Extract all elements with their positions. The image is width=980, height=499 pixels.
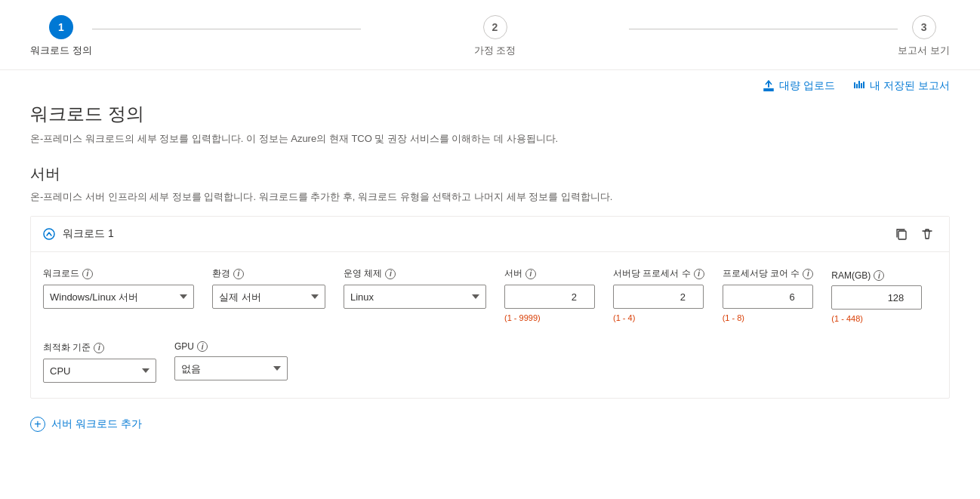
svg-rect-7 — [863, 82, 864, 88]
os-info-icon: i — [385, 269, 396, 279]
workload-info-icon: i — [82, 269, 93, 279]
workload-type-group: 워크로드 i Windows/Linux 서버Windows 가상 데스크탑SA… — [43, 267, 194, 323]
os-label: 운영 체제 i — [344, 267, 486, 280]
workload-header-left: 워크로드 1 — [43, 227, 892, 241]
copy-icon — [895, 227, 908, 241]
bulk-upload-button[interactable]: 대량 업로드 — [763, 79, 835, 93]
step-1: 1 워크로드 정의 — [30, 15, 92, 57]
server-count-input[interactable] — [504, 285, 595, 309]
optimization-group: 최적화 기준 i CPURAM비용 — [43, 341, 156, 383]
ram-input[interactable] — [831, 285, 922, 310]
workload-type-select[interactable]: Windows/Linux 서버Windows 가상 데스크탑SAP — [43, 285, 194, 309]
step-1-label: 워크로드 정의 — [30, 44, 92, 57]
core-count-input[interactable] — [723, 285, 813, 309]
svg-point-8 — [44, 229, 54, 239]
server-range-hint: (1 - 9999) — [504, 313, 595, 322]
environment-select[interactable]: 실제 서버가상 머신 — [212, 285, 325, 309]
workload-card: 워크로드 1 워크로드 — [30, 216, 950, 399]
stepper-line-1 — [92, 29, 361, 29]
reports-icon — [853, 80, 865, 92]
collapse-button[interactable] — [43, 228, 55, 240]
optimization-info-icon: i — [94, 343, 104, 353]
add-workload-label: 서버 워크로드 추가 — [51, 417, 142, 431]
page-title: 워크로드 정의 — [30, 102, 950, 126]
svg-rect-4 — [856, 84, 858, 88]
os-select[interactable]: LinuxWindows ServerWindows Server with S… — [344, 285, 486, 309]
delete-workload-button[interactable] — [917, 224, 937, 244]
step-2-label: 가정 조정 — [474, 44, 516, 57]
stepper: 1 워크로드 정의 2 가정 조정 3 보고서 보기 — [0, 0, 980, 70]
environment-group: 환경 i 실제 서버가상 머신 — [212, 267, 325, 323]
svg-rect-5 — [858, 81, 860, 88]
gpu-group: GPU i 없음있음 — [174, 341, 288, 383]
optimization-label: 최적화 기준 i — [43, 341, 156, 354]
server-info-icon: i — [525, 269, 536, 279]
ram-group: RAM(GB) i (1 - 448) — [831, 270, 922, 323]
toolbar: 대량 업로드 내 저장된 보고서 — [0, 70, 980, 102]
server-count-group: 서버 i (1 - 9999) — [504, 267, 595, 323]
step-2-circle: 2 — [483, 15, 507, 39]
processor-count-input[interactable] — [613, 285, 704, 309]
step-3-label: 보고서 보기 — [898, 44, 950, 57]
saved-reports-button[interactable]: 내 저장된 보고서 — [853, 79, 950, 93]
environment-label: 환경 i — [212, 267, 325, 280]
step-3-circle: 3 — [912, 15, 936, 39]
workload-form: 워크로드 i Windows/Linux 서버Windows 가상 데스크탑SA… — [31, 252, 949, 398]
ram-range-hint: (1 - 448) — [831, 314, 922, 323]
main-content: 워크로드 정의 온-프레미스 워크로드의 세부 정보를 입력합니다. 이 정보는… — [0, 102, 980, 468]
processor-count-range-hint: (1 - 4) — [613, 313, 704, 322]
section-title: 서버 — [30, 164, 950, 184]
gpu-info-icon: i — [197, 341, 208, 352]
plus-circle-icon: + — [30, 417, 45, 432]
delete-icon — [920, 227, 934, 241]
processor-count-info-icon: i — [694, 269, 704, 279]
gpu-select[interactable]: 없음있음 — [174, 356, 288, 380]
svg-rect-9 — [898, 231, 906, 239]
upload-icon — [763, 80, 775, 92]
svg-rect-0 — [763, 88, 774, 90]
workload-name: 워크로드 1 — [63, 227, 114, 241]
processor-count-group: 서버당 프로세서 수 i (1 - 4) — [613, 267, 704, 323]
section-description: 온-프레미스 서버 인프라의 세부 정보를 입력합니다. 워크로드를 추가한 후… — [30, 190, 950, 204]
environment-info-icon: i — [233, 269, 244, 279]
svg-rect-1 — [763, 90, 774, 91]
core-count-range-hint: (1 - 8) — [723, 313, 814, 322]
ram-label: RAM(GB) i — [831, 270, 922, 281]
page-description: 온-프레미스 워크로드의 세부 정보를 입력합니다. 이 정보는 Azure의 … — [30, 132, 950, 146]
copy-workload-button[interactable] — [892, 224, 911, 244]
stepper-line-2 — [629, 29, 898, 29]
core-count-label: 프로세서당 코어 수 i — [723, 267, 814, 280]
workload-actions — [892, 224, 937, 244]
core-count-info-icon: i — [803, 269, 813, 279]
saved-reports-label: 내 저장된 보고서 — [870, 79, 950, 93]
chevron-up-icon — [43, 228, 55, 240]
step-3: 3 보고서 보기 — [898, 15, 950, 57]
optimization-select[interactable]: CPURAM비용 — [43, 359, 156, 383]
step-2: 2 가정 조정 — [361, 15, 630, 57]
os-group: 운영 체제 i LinuxWindows ServerWindows Serve… — [344, 267, 486, 323]
svg-rect-6 — [861, 83, 862, 88]
gpu-label: GPU i — [174, 341, 288, 352]
ram-info-icon: i — [874, 270, 884, 281]
add-workload-button[interactable]: + 서버 워크로드 추가 — [30, 411, 142, 438]
step-1-circle: 1 — [49, 15, 73, 39]
workload-header: 워크로드 1 — [31, 217, 949, 252]
workload-type-label: 워크로드 i — [43, 267, 194, 280]
bulk-upload-label: 대량 업로드 — [779, 79, 835, 93]
svg-rect-3 — [854, 82, 855, 88]
core-count-group: 프로세서당 코어 수 i (1 - 8) — [723, 267, 814, 323]
processor-count-label: 서버당 프로세서 수 i — [613, 267, 704, 280]
server-count-label: 서버 i — [504, 267, 595, 280]
